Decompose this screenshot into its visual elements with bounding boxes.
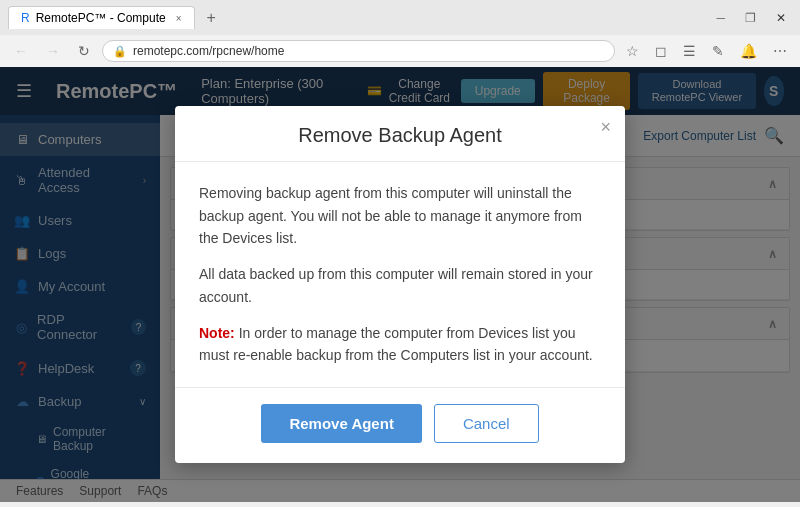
browser-chrome: R RemotePC™ - Compute × + ─ ❐ ✕ ← → ↻ 🔒 … — [0, 0, 800, 67]
modal-overlay: Remove Backup Agent × Removing backup ag… — [0, 67, 800, 502]
lock-icon: 🔒 — [113, 45, 127, 58]
browser-toolbar: ← → ↻ 🔒 remotepc.com/rpcnew/home ☆ ◻ ☰ ✎… — [0, 35, 800, 67]
account-icon[interactable]: 🔔 — [735, 41, 762, 61]
modal-body-text-1: Removing backup agent from this computer… — [199, 182, 601, 249]
remove-agent-button[interactable]: Remove Agent — [261, 404, 421, 443]
menu-icon[interactable]: ⋯ — [768, 41, 792, 61]
note-text: In order to manage the computer from Dev… — [199, 325, 593, 363]
modal-close-button[interactable]: × — [600, 118, 611, 136]
minimize-icon[interactable]: ─ — [710, 9, 731, 27]
modal-footer: Remove Agent Cancel — [175, 387, 625, 463]
modal-title: Remove Backup Agent — [298, 124, 501, 146]
modal: Remove Backup Agent × Removing backup ag… — [175, 106, 625, 463]
note-label: Note: — [199, 325, 235, 341]
forward-button[interactable]: → — [40, 41, 66, 61]
modal-header: Remove Backup Agent × — [175, 106, 625, 162]
new-tab-button[interactable]: + — [201, 7, 222, 29]
tab-favicon: R — [21, 11, 30, 25]
modal-body: Removing backup agent from this computer… — [175, 162, 625, 387]
browser-titlebar: R RemotePC™ - Compute × + ─ ❐ ✕ — [0, 0, 800, 35]
restore-icon[interactable]: ❐ — [739, 9, 762, 27]
refresh-button[interactable]: ↻ — [72, 41, 96, 61]
cancel-button[interactable]: Cancel — [434, 404, 539, 443]
address-bar: 🔒 remotepc.com/rpcnew/home — [102, 40, 615, 62]
tab-title: RemotePC™ - Compute — [36, 11, 166, 25]
close-icon[interactable]: ✕ — [770, 9, 792, 27]
extensions-icon[interactable]: ☰ — [678, 41, 701, 61]
modal-note: Note: In order to manage the computer fr… — [199, 322, 601, 367]
bookmark-icon[interactable]: ☆ — [621, 41, 644, 61]
edit-icon[interactable]: ✎ — [707, 41, 729, 61]
url-text[interactable]: remotepc.com/rpcnew/home — [133, 44, 604, 58]
profile-icon[interactable]: ◻ — [650, 41, 672, 61]
tab-close-icon[interactable]: × — [176, 13, 182, 24]
modal-body-text-2: All data backed up from this computer wi… — [199, 263, 601, 308]
browser-tab: R RemotePC™ - Compute × — [8, 6, 195, 29]
back-button[interactable]: ← — [8, 41, 34, 61]
